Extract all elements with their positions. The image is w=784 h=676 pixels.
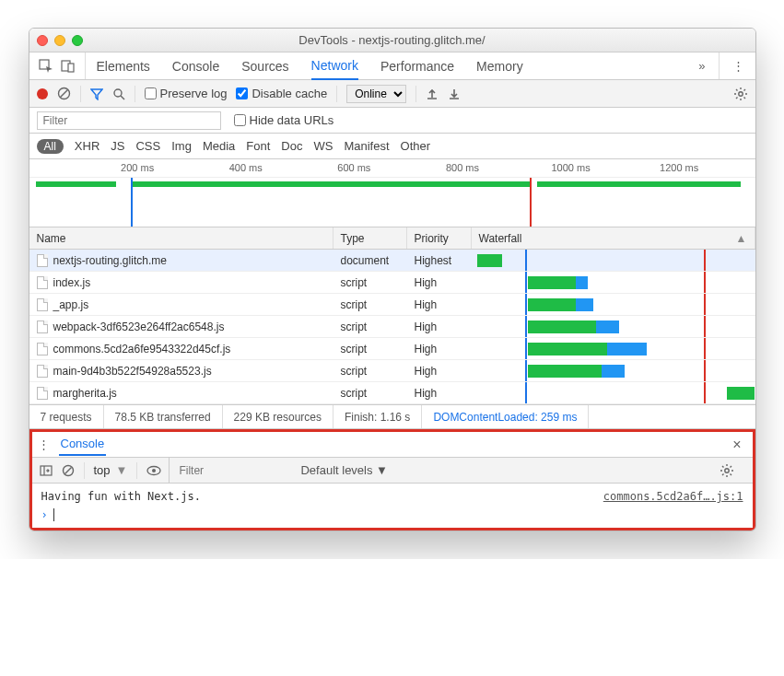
request-type: script bbox=[333, 365, 407, 378]
timeline-tick: 800 ms bbox=[446, 162, 479, 173]
request-priority: High bbox=[407, 365, 472, 378]
console-filter-input[interactable] bbox=[179, 464, 289, 477]
table-row[interactable]: _app.jsscriptHigh bbox=[29, 294, 755, 316]
timeline-tick: 200 ms bbox=[121, 162, 154, 173]
waterfall-cell bbox=[472, 382, 755, 403]
console-tab[interactable]: Console bbox=[59, 433, 107, 456]
search-icon[interactable] bbox=[112, 87, 125, 100]
type-filter-img[interactable]: Img bbox=[171, 139, 192, 153]
file-icon bbox=[37, 365, 48, 378]
col-type[interactable]: Type bbox=[333, 227, 407, 249]
table-row[interactable]: margherita.jsscriptHigh bbox=[29, 382, 755, 404]
type-filter-css[interactable]: CSS bbox=[135, 139, 160, 153]
waterfall-cell bbox=[472, 250, 755, 271]
request-name: margherita.js bbox=[53, 387, 117, 400]
tab-memory[interactable]: Memory bbox=[476, 53, 523, 79]
hide-data-urls-checkbox[interactable]: Hide data URLs bbox=[234, 113, 334, 127]
tab-elements[interactable]: Elements bbox=[97, 53, 150, 79]
tab-performance[interactable]: Performance bbox=[380, 53, 454, 79]
console-prompt-icon: › bbox=[41, 508, 48, 521]
settings-gear-icon[interactable] bbox=[733, 87, 748, 101]
waterfall-cell bbox=[472, 338, 755, 359]
svg-point-7 bbox=[738, 91, 742, 95]
network-toolbar: Preserve log Disable cache Online bbox=[29, 80, 755, 108]
preserve-log-label: Preserve log bbox=[160, 87, 228, 100]
record-button[interactable] bbox=[37, 88, 48, 99]
file-icon bbox=[37, 254, 48, 267]
file-icon bbox=[37, 276, 48, 289]
console-sidebar-icon[interactable] bbox=[40, 464, 53, 477]
request-priority: High bbox=[407, 343, 472, 355]
request-priority: High bbox=[407, 298, 472, 311]
clear-icon[interactable] bbox=[57, 87, 71, 100]
status-transferred: 78.5 KB transferred bbox=[104, 405, 223, 428]
waterfall-cell bbox=[472, 272, 755, 293]
disable-cache-label: Disable cache bbox=[252, 87, 327, 100]
live-expression-icon[interactable] bbox=[146, 465, 161, 476]
devtools-window: DevTools - nextjs-routing.glitch.me/ Ele… bbox=[29, 28, 756, 531]
status-bar: 7 requests 78.5 KB transferred 229 KB re… bbox=[29, 405, 755, 429]
console-input[interactable] bbox=[53, 508, 54, 521]
clear-console-icon[interactable] bbox=[62, 464, 75, 477]
close-drawer-icon[interactable]: × bbox=[732, 437, 746, 453]
overview-timeline[interactable]: 200 ms400 ms600 ms800 ms1000 ms1200 ms bbox=[29, 159, 755, 227]
filter-icon[interactable] bbox=[90, 87, 103, 100]
svg-line-11 bbox=[64, 467, 71, 473]
type-filter-font[interactable]: Font bbox=[246, 139, 270, 153]
timeline-tick: 400 ms bbox=[229, 162, 263, 173]
inspect-icon[interactable] bbox=[39, 59, 53, 74]
request-type: script bbox=[333, 298, 407, 311]
tab-sources[interactable]: Sources bbox=[241, 53, 288, 79]
disable-cache-checkbox[interactable]: Disable cache bbox=[236, 87, 327, 100]
col-waterfall[interactable]: Waterfall▲ bbox=[472, 227, 755, 249]
timeline-tick: 600 ms bbox=[337, 162, 370, 173]
console-settings-icon[interactable] bbox=[720, 463, 743, 478]
waterfall-cell bbox=[472, 360, 755, 381]
drawer-menu-icon[interactable]: ⋮ bbox=[38, 437, 50, 451]
col-priority[interactable]: Priority bbox=[407, 227, 472, 249]
request-type: script bbox=[333, 343, 407, 355]
type-filter-xhr[interactable]: XHR bbox=[75, 139, 99, 153]
table-row[interactable]: webpack-3df6523e264ff2ac6548.jsscriptHig… bbox=[29, 316, 755, 338]
status-resources: 229 KB resources bbox=[223, 405, 333, 428]
table-row[interactable]: main-9d4b3b522f54928a5523.jsscriptHigh bbox=[29, 360, 755, 382]
type-filter-all[interactable]: All bbox=[37, 139, 64, 154]
table-row[interactable]: index.jsscriptHigh bbox=[29, 272, 755, 294]
console-source-link[interactable]: commons.5cd2a6f….js:1 bbox=[603, 490, 743, 503]
type-filter-js[interactable]: JS bbox=[111, 139, 124, 153]
filter-input[interactable] bbox=[37, 111, 221, 130]
request-priority: Highest bbox=[407, 254, 472, 267]
resource-type-filters: AllXHRJSCSSImgMediaFontDocWSManifestOthe… bbox=[29, 134, 755, 159]
waterfall-cell bbox=[472, 294, 755, 315]
throttle-select[interactable]: Online bbox=[346, 85, 406, 103]
upload-icon[interactable] bbox=[426, 87, 439, 100]
col-name[interactable]: Name bbox=[29, 227, 333, 249]
type-filter-ws[interactable]: WS bbox=[313, 139, 333, 153]
request-name: webpack-3df6523e264ff2ac6548.js bbox=[53, 321, 225, 333]
file-icon bbox=[37, 321, 48, 333]
file-icon bbox=[37, 387, 48, 400]
table-row[interactable]: commons.5cd2a6fe9543322d45cf.jsscriptHig… bbox=[29, 338, 755, 360]
network-table: Name Type Priority Waterfall▲ nextjs-rou… bbox=[29, 227, 755, 405]
svg-point-13 bbox=[152, 469, 156, 472]
request-priority: High bbox=[407, 321, 472, 333]
tab-console[interactable]: Console bbox=[172, 53, 219, 79]
type-filter-manifest[interactable]: Manifest bbox=[344, 139, 389, 153]
svg-line-4 bbox=[60, 90, 67, 98]
more-tabs-icon[interactable]: » bbox=[698, 59, 705, 73]
tab-network[interactable]: Network bbox=[311, 52, 358, 80]
svg-point-14 bbox=[724, 468, 728, 472]
download-icon[interactable] bbox=[448, 87, 461, 100]
log-levels-select[interactable]: Default levels ▼ bbox=[300, 463, 388, 477]
context-select[interactable]: top ▼ bbox=[94, 463, 128, 477]
table-row[interactable]: nextjs-routing.glitch.medocumentHighest bbox=[29, 250, 755, 272]
type-filter-doc[interactable]: Doc bbox=[281, 139, 302, 153]
file-icon bbox=[37, 298, 48, 311]
type-filter-other[interactable]: Other bbox=[401, 139, 431, 153]
kebab-menu-icon[interactable]: ⋮ bbox=[732, 59, 744, 73]
request-name: main-9d4b3b522f54928a5523.js bbox=[53, 365, 212, 378]
device-toggle-icon[interactable] bbox=[61, 59, 76, 74]
request-type: script bbox=[333, 321, 407, 333]
preserve-log-checkbox[interactable]: Preserve log bbox=[145, 87, 228, 100]
type-filter-media[interactable]: Media bbox=[203, 139, 235, 153]
